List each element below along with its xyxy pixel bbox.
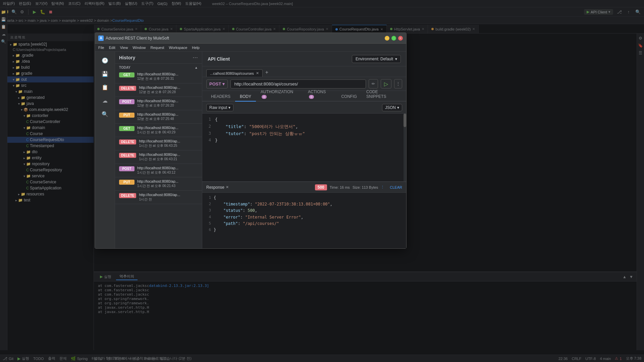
body-type-selector[interactable]: Raw input ▾ bbox=[206, 104, 233, 111]
method-badge-put2: PUT bbox=[119, 180, 135, 185]
history-item-3[interactable]: PUT http://localhost:8080/ap... 12분 전 at… bbox=[115, 110, 202, 124]
body-line-3: 3 "tutor": "post가 안되는 상황ㅠㅠ" bbox=[206, 130, 402, 137]
authorization-badge: 0 bbox=[262, 95, 267, 99]
env-label: Environment: Default bbox=[356, 57, 393, 61]
history-menu-icon[interactable]: ⋯ bbox=[193, 54, 198, 61]
tab-authorization[interactable]: AUTHORIZATION 0 bbox=[256, 87, 303, 101]
modal-search-icon[interactable]: 🔍 bbox=[99, 108, 111, 120]
env-chevron-icon: ▾ bbox=[395, 57, 397, 61]
modal-copy-icon[interactable]: 📋 bbox=[99, 81, 111, 93]
response-tab-label: Response bbox=[206, 185, 224, 190]
body-line-2: 2 "title": "500에러가 나오면서", bbox=[206, 123, 402, 130]
edit-url-button[interactable]: ✏ bbox=[369, 79, 378, 88]
pencil-icon: ✏ bbox=[372, 81, 375, 86]
response-tab[interactable]: Response ✕ bbox=[206, 185, 229, 190]
history-item-7[interactable]: POST http://localhost:8080/ap... 1시간 전 a… bbox=[115, 164, 202, 177]
body-format-chevron-icon: ▾ bbox=[397, 105, 399, 110]
history-item-9[interactable]: DELETE http://localhost:8080/ap... 1시간 전 bbox=[115, 191, 202, 204]
history-item-6[interactable]: DELETE http://localhost:8080/ap... 1시간 전… bbox=[115, 150, 202, 164]
modal-save-icon[interactable]: 💾 bbox=[99, 68, 111, 80]
body-line-1: 1 { bbox=[206, 116, 402, 123]
modal-menubar: File Edit View Window Request Workspace … bbox=[95, 44, 406, 52]
body-type-label: Raw input bbox=[209, 105, 227, 110]
response-panel: Response ✕ 500 Time: 16 ms Size: 113 Byt… bbox=[202, 181, 406, 248]
clock-icon: 🕐 bbox=[102, 57, 108, 64]
modal-menu-edit[interactable]: Edit bbox=[109, 46, 115, 50]
resp-line-5: 5 "path": "/api/courses/" bbox=[206, 221, 402, 227]
modal-menu-help[interactable]: Help bbox=[192, 46, 200, 50]
more-options-button[interactable]: ⋮ bbox=[394, 79, 402, 88]
body-line-4: 4 } bbox=[206, 137, 402, 144]
history-item-2[interactable]: POST http://localhost:8080/ap... 12분 전 a… bbox=[115, 97, 202, 110]
history-time-4: 1시간 전 at 오후 06:43:29 bbox=[137, 130, 178, 135]
history-item-8[interactable]: PUT http://localhost:8080/ap... 1시간 전 at… bbox=[115, 177, 202, 191]
history-collapse-icon[interactable]: ▲ bbox=[195, 66, 198, 69]
response-tab-close[interactable]: ✕ bbox=[226, 185, 229, 189]
rest-client-modal: A Advanced REST Client by MuleSoft — □ ✕… bbox=[95, 33, 407, 249]
history-item-1[interactable]: DELETE http://localhost:8080/ap... 12분 전… bbox=[115, 83, 202, 97]
clear-response-button[interactable]: CLEAR bbox=[390, 185, 402, 189]
url-tab-active[interactable]: ...calhost:8080/api/courses ✕ bbox=[206, 69, 263, 77]
history-item-4[interactable]: GET http://localhost:8080/ap... 1시간 전 at… bbox=[115, 124, 202, 137]
tab-headers[interactable]: HEADERS bbox=[206, 92, 235, 101]
history-time-2: 12분 전 at 오후 07:26:20 bbox=[137, 103, 178, 108]
send-button[interactable]: ▷ bbox=[381, 79, 391, 88]
history-time-5: 1시간 전 at 오후 06:43:25 bbox=[139, 143, 180, 148]
body-format-label: JSON bbox=[385, 105, 396, 110]
send-icon: ▷ bbox=[384, 81, 388, 87]
url-input[interactable] bbox=[230, 79, 366, 88]
method-label: POST bbox=[209, 81, 221, 86]
url-tab-label: ...calhost:8080/api/courses bbox=[210, 71, 254, 75]
response-status-badge: 500 bbox=[315, 184, 327, 190]
modal-close-button[interactable]: ✕ bbox=[398, 36, 403, 41]
resp-line-3: 3 "status": 500, bbox=[206, 207, 402, 214]
body-toolbar: Raw input ▾ JSON ▾ bbox=[202, 102, 406, 114]
body-code-area[interactable]: 1 { 2 "title": "500에러가 나오면서", 3 "tutor":… bbox=[202, 114, 406, 181]
add-url-tab-button[interactable]: + bbox=[263, 68, 271, 77]
response-body: 1 { 2 "timestamp": "2022-07-23T10:38:13.… bbox=[202, 193, 406, 248]
modal-controls: — □ ✕ bbox=[385, 36, 403, 41]
body-tab-label: BODY bbox=[240, 94, 251, 99]
copy-icon: 📋 bbox=[102, 84, 108, 90]
response-size: Size: 113 Bytes bbox=[353, 185, 378, 189]
url-tab-close-icon[interactable]: ✕ bbox=[256, 71, 259, 75]
actions-badge: 0 bbox=[309, 95, 314, 99]
body-scrollbar[interactable] bbox=[404, 114, 406, 181]
resp-line-6: 6 } bbox=[206, 227, 402, 233]
modal-title: Advanced REST Client by MuleSoft bbox=[106, 36, 385, 41]
body-format-selector[interactable]: JSON ▾ bbox=[382, 104, 402, 111]
modal-menu-request[interactable]: Request bbox=[150, 46, 164, 50]
tab-code-snippets[interactable]: CODE SNIPPETS bbox=[362, 87, 402, 101]
history-time-7: 1시간 전 at 오후 06:43:12 bbox=[137, 170, 178, 175]
modal-maximize-button[interactable]: □ bbox=[391, 36, 396, 41]
cloud-icon: ☁ bbox=[102, 98, 108, 104]
body-scrollthumb bbox=[404, 114, 406, 127]
modal-body: 🕐 💾 📋 ☁ 🔍 History ⋯ bbox=[95, 52, 406, 248]
modal-cloud-icon[interactable]: ☁ bbox=[99, 95, 111, 107]
tab-config[interactable]: CONFIG bbox=[336, 92, 362, 101]
modal-menu-view[interactable]: View bbox=[120, 46, 128, 50]
environment-selector[interactable]: Environment: Default ▾ bbox=[352, 55, 401, 63]
modal-menu-window[interactable]: Window bbox=[132, 46, 146, 50]
tab-body[interactable]: BODY bbox=[235, 92, 256, 102]
history-item-0[interactable]: GET http://localhost:8080/ap... 12분 전 at… bbox=[115, 70, 202, 83]
method-badge-get2: GET bbox=[119, 126, 135, 131]
method-selector[interactable]: POST ▾ bbox=[206, 79, 228, 88]
history-url-3: http://localhost:8080/ap... bbox=[137, 112, 178, 116]
request-body: Raw input ▾ JSON ▾ 1 { bbox=[202, 102, 406, 181]
modal-titlebar: A Advanced REST Client by MuleSoft — □ ✕ bbox=[95, 33, 406, 44]
response-header: Response ✕ 500 Time: 16 ms Size: 113 Byt… bbox=[202, 182, 406, 193]
modal-minimize-button[interactable]: — bbox=[385, 36, 389, 41]
history-time-8: 1시간 전 at 오후 06:21:43 bbox=[137, 184, 178, 188]
history-header: History ⋯ bbox=[115, 52, 202, 64]
modal-history-icon[interactable]: 🕐 bbox=[99, 54, 111, 66]
history-item-5[interactable]: DELETE http://localhost:8080/ap... 1시간 전… bbox=[115, 137, 202, 150]
method-badge-post2: POST bbox=[119, 166, 135, 171]
actions-tab-label: ACTIONS bbox=[308, 89, 326, 94]
modal-menu-workspace[interactable]: Workspace bbox=[169, 46, 187, 50]
response-more-icon[interactable]: ⋮ bbox=[381, 185, 384, 189]
tab-actions[interactable]: ACTIONS 0 bbox=[303, 87, 336, 101]
headers-tab-label: HEADERS bbox=[211, 94, 230, 99]
history-url-5: http://localhost:8080/ap... bbox=[139, 139, 180, 143]
modal-menu-file[interactable]: File bbox=[98, 46, 104, 50]
